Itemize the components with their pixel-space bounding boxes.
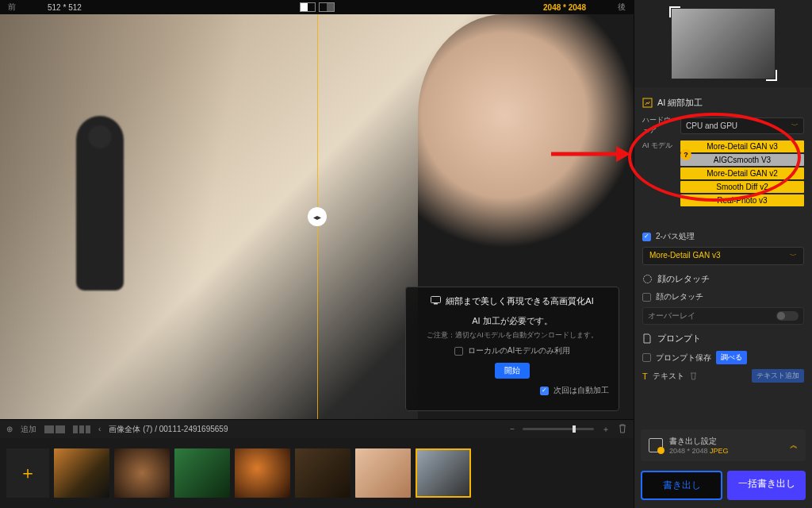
- thumbnail[interactable]: [114, 448, 170, 498]
- model-dropdown-open: More-Detail GAN v3 AIGCsmooth V3 More-De…: [680, 140, 804, 206]
- retouch-section-title: 顔のレタッチ: [657, 273, 710, 285]
- add-label: 追加: [21, 424, 36, 435]
- hardware-label: ハードウェア: [642, 115, 676, 136]
- info-title: 細部まで美しく再現できる高画質化AI: [446, 295, 593, 307]
- thumbnail[interactable]: [174, 448, 230, 498]
- prompt-save-label: プロンプト保存: [656, 352, 711, 364]
- model-option[interactable]: More-Detail GAN v2: [680, 167, 804, 179]
- after-label: 後: [618, 2, 626, 13]
- add-icon[interactable]: ⊕: [6, 425, 13, 433]
- local-only-label: ローカルのAIモデルのみ利用: [468, 345, 570, 356]
- side-preview: [634, 0, 812, 87]
- batch-export-button[interactable]: 一括書き出し: [727, 471, 806, 500]
- view-grid-icon[interactable]: [44, 425, 65, 433]
- investigate-button[interactable]: 調べる: [716, 351, 747, 364]
- detail-section-title: AI 細部加工: [657, 97, 703, 109]
- svg-rect-0: [431, 297, 441, 303]
- chevron-down-icon: ﹀: [791, 121, 799, 131]
- viewer-footer: ⊕ 追加 ‹ 画像全体 (7) / 00111-2491695659 − ＋: [0, 419, 634, 438]
- auto-next-label: 次回は自動加工: [553, 385, 609, 396]
- side-preview-image: [672, 9, 775, 79]
- chevron-down-icon: ﹀: [790, 251, 797, 261]
- model-option[interactable]: AIGCsmooth V3: [680, 154, 804, 166]
- compare-topbar: 前 512 * 512 2048 * 2048 後: [0, 0, 634, 14]
- monitor-icon: [431, 296, 441, 306]
- overlay-select[interactable]: オーバーレイ: [642, 307, 804, 325]
- text-icon: T: [642, 371, 648, 381]
- add-image-button[interactable]: ＋: [6, 448, 49, 498]
- zoom-in-icon[interactable]: ＋: [602, 424, 610, 435]
- delete-icon[interactable]: [618, 423, 627, 435]
- nav-prev-icon[interactable]: ‹: [98, 425, 101, 433]
- local-only-checkbox[interactable]: [454, 347, 463, 356]
- info-need-line: AI 加工が必要です。: [416, 315, 609, 327]
- info-note: ご注意：適切なAIモデルを自動ダウンロードします。: [416, 330, 609, 341]
- compare-handle-icon[interactable]: ◂▸: [308, 207, 327, 226]
- two-pass-checkbox[interactable]: [642, 233, 651, 241]
- zoom-slider[interactable]: [523, 428, 594, 430]
- two-pass-label: 2-パス処理: [656, 231, 695, 242]
- export-settings[interactable]: 書き出し設定 2048 * 2048 JPEG ︽: [641, 429, 806, 461]
- thumbnail-strip: ＋: [0, 438, 634, 508]
- face-icon: [642, 274, 653, 284]
- svg-rect-1: [434, 303, 438, 305]
- text-add-button[interactable]: テキスト追加: [752, 369, 804, 383]
- export-title: 書き出し設定: [669, 436, 783, 447]
- before-dimensions: 512 * 512: [48, 3, 82, 12]
- thumbnail-selected[interactable]: [416, 448, 471, 498]
- view-list-icon[interactable]: [73, 425, 90, 433]
- compare-mode-side-icon[interactable]: [319, 2, 335, 12]
- hardware-select[interactable]: CPU and GPU ﹀: [680, 117, 804, 134]
- thumbnail[interactable]: [355, 448, 411, 498]
- background-figure: [76, 116, 124, 291]
- thumbnail[interactable]: [54, 448, 109, 498]
- export-button[interactable]: 書き出し: [641, 471, 722, 500]
- ai-info-panel: 細部まで美しく再現できる高画質化AI AI 加工が必要です。 ご注意：適切なAI…: [405, 287, 619, 411]
- export-settings-icon: [649, 438, 663, 452]
- retouch-checkbox[interactable]: [642, 293, 651, 302]
- text-trash-icon[interactable]: [689, 371, 698, 382]
- thumbnail[interactable]: [295, 448, 350, 498]
- retouch-label: 顔のレタッチ: [656, 291, 703, 302]
- start-button[interactable]: 開始: [495, 363, 530, 379]
- text-label: テキスト: [653, 371, 684, 382]
- image-viewer[interactable]: ◂▸ 細部まで美しく再現できる高画質化AI AI 加工が必要です。 ご注意：適切…: [0, 14, 634, 419]
- chevron-up-icon: ︽: [790, 440, 798, 451]
- prompt-icon: [642, 333, 653, 344]
- thumbnail[interactable]: [235, 448, 290, 498]
- detail-icon: [642, 98, 653, 108]
- two-pass-model-select[interactable]: More-Detail GAN v3 ﹀: [642, 247, 804, 265]
- current-filename: 00111-2491695659: [159, 425, 228, 433]
- model-option[interactable]: Smooth Diff v2: [680, 181, 804, 193]
- after-dimensions: 2048 * 2048: [543, 3, 586, 12]
- model-label: AI モデル: [642, 140, 676, 151]
- prompt-save-checkbox[interactable]: [642, 353, 651, 362]
- help-icon[interactable]: ?: [680, 149, 691, 160]
- switch-icon[interactable]: [776, 311, 799, 321]
- auto-next-checkbox[interactable]: [540, 387, 549, 395]
- zoom-out-icon[interactable]: −: [510, 425, 515, 433]
- svg-point-3: [644, 275, 652, 283]
- model-option[interactable]: Real-Photo v3: [680, 194, 804, 206]
- model-option[interactable]: More-Detail GAN v3: [680, 140, 804, 152]
- compare-mode-split-icon[interactable]: [300, 2, 316, 12]
- prompt-section-title: プロンプト: [657, 333, 701, 344]
- before-label: 前: [8, 2, 16, 13]
